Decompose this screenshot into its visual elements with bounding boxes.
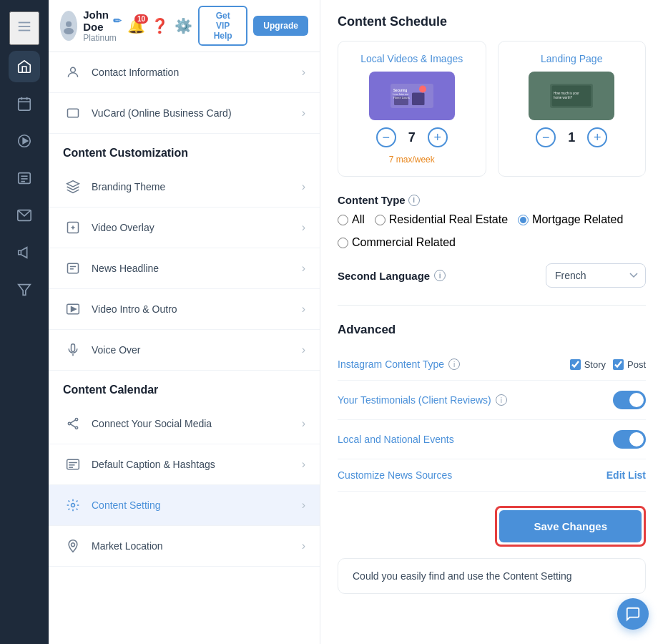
voiceover-label: Voice Over — [92, 344, 140, 356]
vip-help-button[interactable]: Get VIP Help — [198, 6, 247, 46]
second-lang-info-icon[interactable]: i — [434, 270, 446, 281]
landing-page-card: Landing Page How much is your home worth… — [498, 41, 647, 177]
testimonials-info-icon[interactable]: i — [496, 394, 507, 406]
nav-item-market[interactable]: Market Location › — [49, 526, 320, 567]
overlay-icon — [63, 218, 83, 238]
language-select[interactable]: French None Spanish Mandarin Cantonese — [546, 263, 646, 288]
advanced-section: Advanced Instagram Content Type i Story — [338, 323, 646, 492]
second-language-section: Second Language i French None Spanish Ma… — [338, 263, 646, 306]
radio-commercial[interactable]: Commercial Related — [338, 236, 456, 249]
headline-label: News Headline — [92, 263, 159, 274]
sidebar-icon-filter[interactable] — [9, 274, 40, 306]
chevron-icon: › — [302, 107, 305, 119]
sidebar-icon-home[interactable] — [9, 51, 40, 82]
radio-residential[interactable]: Residential Real Estate — [375, 213, 508, 226]
svg-marker-25 — [72, 307, 77, 312]
testimonials-toggle[interactable] — [613, 391, 646, 409]
story-checkbox-label[interactable]: Story — [570, 359, 606, 370]
sidebar-icon-play[interactable] — [9, 125, 40, 157]
contact-icon — [63, 62, 83, 82]
svg-rect-3 — [19, 99, 31, 111]
svg-text:Low-Interest: Low-Interest — [393, 92, 409, 96]
edit-profile-icon[interactable]: ✏ — [113, 15, 122, 26]
nav-item-overlay[interactable]: Video Overlay › — [49, 208, 320, 248]
landing-increment-button[interactable]: + — [587, 127, 607, 147]
chevron-icon: › — [302, 458, 305, 471]
landing-decrement-button[interactable]: − — [536, 127, 556, 147]
overlay-label: Video Overlay — [92, 222, 154, 233]
svg-line-30 — [71, 424, 76, 427]
local-increment-button[interactable]: + — [428, 127, 448, 147]
nav-item-contact[interactable]: Contact Information › — [49, 52, 320, 93]
svg-text:home worth?: home worth? — [554, 96, 573, 99]
chevron-icon: › — [302, 262, 305, 275]
svg-point-26 — [68, 422, 70, 424]
content-type-info-icon[interactable]: i — [408, 195, 420, 206]
hamburger-menu-button[interactable] — [9, 11, 39, 45]
sidebar-icon-calendar[interactable] — [9, 88, 40, 119]
chevron-icon: › — [302, 499, 305, 512]
svg-rect-21 — [68, 263, 79, 273]
second-language-label: Second Language i — [338, 270, 446, 282]
local-videos-card: Local Videos & Images Securing Low-Inter… — [338, 41, 486, 177]
nav-item-vucard[interactable]: VuCard (Online Business Card) › — [49, 93, 320, 134]
content-setting-label: Content Setting — [92, 499, 161, 511]
nav-item-intro[interactable]: Video Intro & Outro › — [49, 289, 320, 330]
chevron-icon: › — [302, 343, 305, 356]
svg-text:How much is your: How much is your — [554, 92, 579, 95]
testimonials-label: Your Testimonials (Client Reviews) i — [338, 394, 507, 406]
vucard-label: VuCard (Online Business Card) — [92, 107, 232, 119]
svg-point-28 — [75, 426, 77, 429]
vucard-icon — [63, 103, 83, 123]
landing-page-title: Landing Page — [541, 53, 602, 64]
nav-item-voiceover[interactable]: Voice Over › — [49, 330, 320, 371]
user-info: John Doe ✏ Platinum — [83, 9, 122, 43]
post-checkbox-label[interactable]: Post — [613, 359, 646, 370]
main-container: John Doe ✏ Platinum 🔔 10 ❓ ⚙️ Get VIP He… — [49, 0, 663, 644]
chat-bubble-button[interactable] — [617, 598, 649, 630]
events-toggle-slider — [613, 430, 646, 449]
social-label: Connect Your Social Media — [92, 418, 212, 429]
nav-item-headline[interactable]: News Headline › — [49, 248, 320, 289]
nav-item-content-setting[interactable]: Content Setting › — [49, 485, 320, 526]
notification-button[interactable]: 🔔 10 — [127, 17, 145, 34]
svg-rect-19 — [68, 109, 79, 117]
landing-counter: − 1 + — [536, 127, 607, 147]
nav-item-caption[interactable]: Default Caption & Hashtags › — [49, 444, 320, 485]
news-sources-row: Customize News Sources Edit List — [338, 459, 646, 492]
save-changes-button[interactable]: Save Changes — [499, 510, 642, 542]
svg-point-17 — [64, 28, 74, 34]
contact-label: Contact Information — [92, 67, 179, 78]
local-decrement-button[interactable]: − — [376, 127, 396, 147]
upgrade-button[interactable]: Upgrade — [253, 16, 308, 36]
local-max-note: 7 max/week — [389, 155, 435, 165]
instagram-info-icon[interactable]: i — [448, 358, 460, 370]
radio-mortgage[interactable]: Mortgage Related — [518, 213, 623, 226]
nav-item-branding[interactable]: Branding Theme › — [49, 167, 320, 208]
sidebar-icon-list[interactable] — [9, 162, 40, 194]
left-panel: John Doe ✏ Platinum 🔔 10 ❓ ⚙️ Get VIP He… — [49, 0, 320, 644]
nav-item-social[interactable]: Connect Your Social Media › — [49, 404, 320, 444]
sidebar-icon-mail[interactable] — [9, 200, 40, 231]
intro-label: Video Intro & Outro — [92, 303, 177, 315]
svg-point-40 — [419, 86, 426, 93]
branding-label: Branding Theme — [92, 181, 165, 192]
testimonials-row: Your Testimonials (Client Reviews) i — [338, 381, 646, 420]
market-label: Market Location — [92, 540, 163, 552]
svg-rect-39 — [412, 93, 425, 106]
sidebar-icon-megaphone[interactable] — [9, 237, 40, 268]
story-checkbox[interactable] — [570, 359, 581, 370]
content-type-label: Content Type i — [338, 194, 643, 206]
svg-line-29 — [71, 420, 76, 423]
events-label: Local and National Events — [338, 434, 454, 445]
edit-list-button[interactable]: Edit List — [606, 469, 646, 481]
radio-all[interactable]: All — [338, 213, 365, 226]
settings-button[interactable]: ⚙️ — [175, 17, 192, 34]
local-videos-title: Local Videos & Images — [360, 53, 463, 64]
post-checkbox[interactable] — [613, 359, 624, 370]
svg-point-16 — [66, 21, 72, 27]
user-name: John Doe ✏ — [83, 9, 122, 33]
chevron-icon: › — [302, 303, 305, 316]
events-toggle[interactable] — [613, 430, 646, 449]
help-button[interactable]: ❓ — [151, 17, 169, 34]
